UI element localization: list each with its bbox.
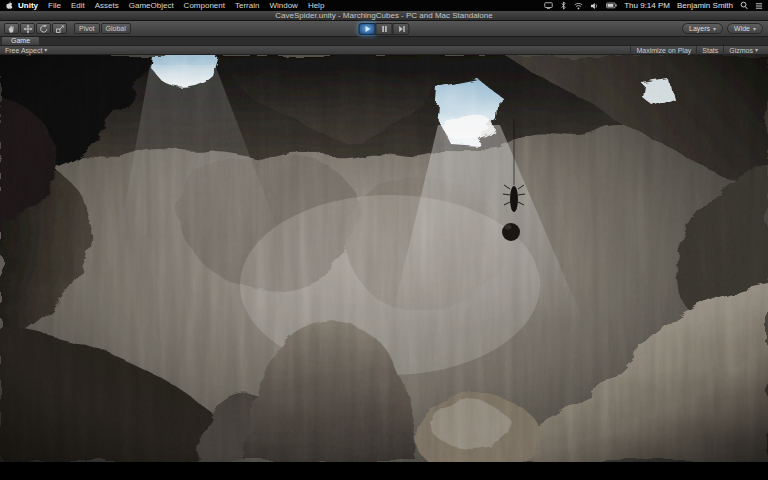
tab-game-label: Game — [11, 37, 30, 44]
menu-gameobject[interactable]: GameObject — [124, 0, 179, 11]
pivot-toggle-label: Pivot — [79, 25, 95, 32]
stats-label: Stats — [702, 47, 718, 54]
bluetooth-icon[interactable] — [560, 1, 567, 10]
move-tool-button[interactable] — [20, 23, 35, 34]
screen: Unity File Edit Assets GameObject Compon… — [0, 0, 768, 480]
apple-menu-icon[interactable] — [5, 1, 13, 10]
move-icon — [23, 20, 33, 38]
layers-dropdown-label: Layers — [689, 25, 710, 32]
pivot-toggle-button[interactable]: Pivot — [74, 23, 100, 34]
unity-toolbar: Pivot Global Layers ▾ Wide — [0, 21, 768, 37]
user-menu[interactable]: Benjamin Smith — [677, 1, 733, 10]
menu-file[interactable]: File — [43, 0, 66, 11]
bottom-black-bar — [0, 462, 768, 480]
scale-icon — [55, 20, 65, 38]
gizmos-dropdown[interactable]: Gizmos ▾ — [723, 46, 763, 55]
menu-help[interactable]: Help — [303, 0, 329, 11]
battery-icon[interactable] — [606, 2, 617, 9]
scale-tool-button[interactable] — [52, 23, 67, 34]
stats-toggle[interactable]: Stats — [696, 46, 723, 55]
transform-tools — [4, 23, 67, 34]
wifi-icon[interactable] — [574, 2, 583, 10]
play-button[interactable] — [359, 23, 376, 35]
layout-dropdown-label: Wide — [734, 25, 750, 32]
step-button[interactable] — [393, 23, 410, 35]
hand-icon — [7, 20, 17, 38]
layers-dropdown[interactable]: Layers ▾ — [682, 23, 723, 34]
hand-tool-button[interactable] — [4, 23, 19, 34]
menu-component[interactable]: Component — [179, 0, 230, 11]
chevron-down-icon: ▾ — [753, 26, 756, 32]
chevron-down-icon: ▾ — [44, 47, 47, 53]
global-toggle-label: Global — [106, 25, 126, 32]
maximize-on-play-toggle[interactable]: Maximize on Play — [630, 46, 696, 55]
rotate-icon — [39, 20, 49, 38]
game-viewport[interactable] — [0, 55, 768, 462]
menu-assets[interactable]: Assets — [90, 0, 124, 11]
aspect-dropdown-label: Free Aspect — [5, 47, 42, 54]
pivot-global-toggles: Pivot Global — [74, 23, 131, 34]
game-view-control-bar: Free Aspect ▾ Maximize on Play Stats Giz… — [0, 46, 768, 55]
volume-icon[interactable] — [590, 2, 599, 10]
menu-edit[interactable]: Edit — [66, 0, 90, 11]
menu-bar-clock[interactable]: Thu 9:14 PM — [624, 1, 670, 10]
play-icon — [362, 20, 372, 38]
menu-terrain[interactable]: Terrain — [230, 0, 264, 11]
aspect-dropdown[interactable]: Free Aspect ▾ — [5, 46, 52, 55]
global-toggle-button[interactable]: Global — [101, 23, 131, 34]
chevron-down-icon: ▾ — [755, 47, 758, 53]
display-icon[interactable] — [544, 2, 553, 10]
layout-dropdown[interactable]: Wide ▾ — [727, 23, 763, 34]
toolbar-right: Layers ▾ Wide ▾ — [682, 23, 763, 34]
chevron-down-icon: ▾ — [713, 26, 716, 32]
window-title: CaveSpider.unity - MarchingCubes - PC an… — [275, 11, 492, 20]
spotlight-search-icon[interactable] — [740, 1, 748, 10]
pause-button[interactable] — [376, 23, 393, 35]
menu-window[interactable]: Window — [264, 0, 302, 11]
cave-scene-render — [0, 55, 768, 462]
rotate-tool-button[interactable] — [36, 23, 51, 34]
pause-icon — [379, 20, 389, 38]
gizmos-label: Gizmos — [729, 47, 753, 54]
menu-unity[interactable]: Unity — [13, 0, 43, 11]
step-icon — [396, 20, 406, 38]
play-mode-controls — [359, 23, 410, 35]
maximize-on-play-label: Maximize on Play — [636, 47, 691, 54]
notification-center-icon[interactable] — [755, 2, 763, 10]
macos-menu-bar: Unity File Edit Assets GameObject Compon… — [0, 0, 768, 11]
